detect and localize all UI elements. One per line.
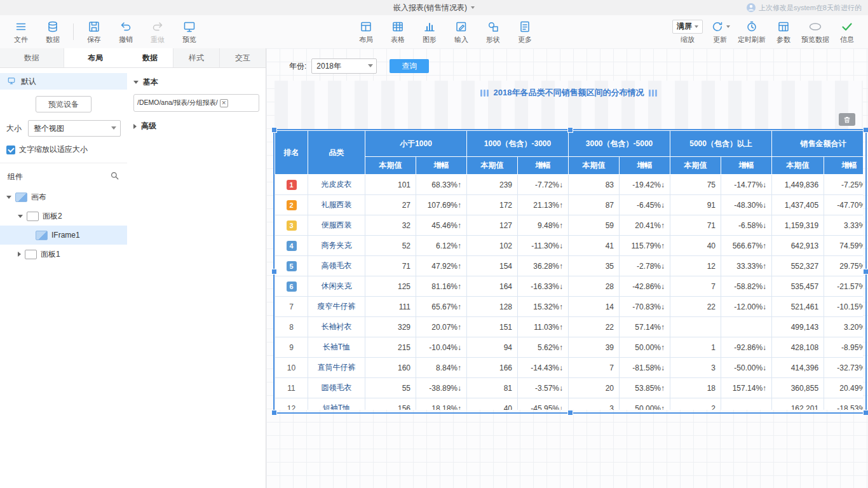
tab-settings-style[interactable]: 样式 xyxy=(173,48,220,67)
panel-icon xyxy=(25,250,37,259)
save-label: 保存 xyxy=(87,35,101,44)
components-label: 组件 xyxy=(8,172,23,182)
resize-handle[interactable] xyxy=(271,410,277,416)
report-title: 2018年各品类不同销售额区间的分布情况 xyxy=(494,87,644,98)
zoom-value: 满屏 xyxy=(677,21,692,32)
tree-item-panel1[interactable]: 面板1 xyxy=(0,245,127,264)
caret-right-icon[interactable] xyxy=(18,252,21,257)
param-row: 年份: 2018年 查询 xyxy=(289,58,429,74)
redo-label: 重做 xyxy=(151,35,165,44)
basic-section-label: 基本 xyxy=(143,77,158,88)
file-button[interactable]: 文件 xyxy=(5,18,37,46)
input-widget-button[interactable]: 输入 xyxy=(445,18,477,46)
toolbar-separator xyxy=(73,24,74,40)
redo-button[interactable]: 重做 xyxy=(142,18,173,46)
data-label: 数据 xyxy=(46,35,60,44)
year-select-value: 2018年 xyxy=(316,61,341,72)
shapes-icon xyxy=(486,20,500,34)
resize-handle[interactable] xyxy=(271,127,277,133)
preview-device-button[interactable]: 预览设备 xyxy=(36,96,92,112)
menu-icon xyxy=(14,20,28,34)
user-avatar-icon xyxy=(747,3,756,12)
document-title: 嵌入报表(销售情况表) xyxy=(393,3,467,13)
component-tree: 画布 面板2 IFrame1 面板1 xyxy=(0,187,127,264)
tree-item-iframe1-label: IFrame1 xyxy=(51,231,80,240)
settings-panel: 数据 样式 交互 基本 /DEMO/ana/报表/分组报表/ ✕ 高级 xyxy=(127,48,266,488)
timed-refresh-button[interactable]: 定时刷新 xyxy=(736,18,768,46)
resource-path-input[interactable]: /DEMO/ana/报表/分组报表/ ✕ xyxy=(133,94,259,112)
resize-handle[interactable] xyxy=(863,410,868,416)
design-canvas[interactable]: 年份: 2018年 查询 2018年各品类不同销售额区间的分布情况 排 xyxy=(266,48,868,488)
update-button[interactable]: 更新 xyxy=(704,18,736,46)
preview-button[interactable]: 预览 xyxy=(173,18,205,46)
titlebar: 嵌入报表(销售情况表) 上次修改是system在8天前进行的 xyxy=(0,0,868,15)
params-button[interactable]: 参数 xyxy=(768,18,799,46)
tree-item-panel1-label: 面板1 xyxy=(41,249,60,260)
delete-component-button[interactable] xyxy=(839,113,855,126)
resize-handle[interactable] xyxy=(863,269,868,274)
device-default-label: 默认 xyxy=(21,76,36,87)
caret-down-icon[interactable] xyxy=(6,196,11,199)
panel-icon xyxy=(27,212,39,221)
tab-settings-data[interactable]: 数据 xyxy=(127,48,173,67)
layout-panel: 数据 布局 默认 预览设备 大小 整个视图 文字缩放以适应大小 组件 画布 面板… xyxy=(0,48,128,488)
last-modified-text: 上次修改是system在8天前进行的 xyxy=(759,3,862,13)
tab-settings-interact[interactable]: 交互 xyxy=(220,48,266,67)
info-label: 信息 xyxy=(840,35,854,44)
search-icon[interactable] xyxy=(110,171,119,182)
last-modified-area: 上次修改是system在8天前进行的 xyxy=(747,0,862,15)
zoom-control[interactable]: 满屏 缩放 xyxy=(671,18,704,46)
resize-handle[interactable] xyxy=(863,127,868,133)
input-label: 输入 xyxy=(454,35,468,44)
data-button[interactable]: 数据 xyxy=(37,18,69,46)
more-label: 更多 xyxy=(518,35,532,44)
layout-widget-button[interactable]: 布局 xyxy=(350,18,382,46)
pencil-icon xyxy=(454,20,468,34)
basic-section-header[interactable]: 基本 xyxy=(127,68,266,94)
grid-icon xyxy=(776,20,790,34)
tree-item-iframe1[interactable]: IFrame1 xyxy=(0,226,127,245)
size-label: 大小 xyxy=(6,123,22,134)
fit-text-checkbox[interactable] xyxy=(6,146,15,154)
resize-handle[interactable] xyxy=(271,269,277,274)
advanced-section-header[interactable]: 高级 xyxy=(127,112,266,138)
monitor-icon xyxy=(182,20,196,34)
chart-widget-button[interactable]: 图形 xyxy=(414,18,445,46)
resize-handle[interactable] xyxy=(567,410,573,416)
preview-label: 预览 xyxy=(182,35,196,44)
preview-data-button[interactable]: 预览数据 xyxy=(799,18,831,46)
undo-icon xyxy=(119,20,133,34)
query-button[interactable]: 查询 xyxy=(390,59,429,73)
tree-item-canvas[interactable]: 画布 xyxy=(0,187,127,207)
settings-panel-tabs: 数据 样式 交互 xyxy=(127,48,266,68)
fit-text-label: 文字缩放以适应大小 xyxy=(19,144,88,155)
undo-button[interactable]: 撤销 xyxy=(110,18,142,46)
trash-icon xyxy=(843,116,851,124)
database-icon xyxy=(46,20,60,34)
save-button[interactable]: 保存 xyxy=(78,18,110,46)
caret-down-icon[interactable] xyxy=(18,215,23,218)
size-select[interactable]: 整个视图 xyxy=(28,120,121,137)
chevron-down-icon xyxy=(471,6,475,9)
chevron-down-icon xyxy=(726,25,730,28)
device-default-item[interactable]: 默认 xyxy=(0,73,127,90)
tree-item-panel2-label: 面板2 xyxy=(43,211,62,222)
more-widget-button[interactable]: 更多 xyxy=(509,18,541,46)
year-select[interactable]: 2018年 xyxy=(311,58,377,74)
iframe-thumbnail-icon xyxy=(36,231,48,240)
clock-icon xyxy=(745,20,759,34)
clear-icon[interactable]: ✕ xyxy=(220,99,229,107)
tab-data[interactable]: 数据 xyxy=(0,48,64,67)
table-widget-button[interactable]: 表格 xyxy=(382,18,414,46)
file-label: 文件 xyxy=(14,35,28,44)
info-button[interactable]: 信息 xyxy=(831,18,863,46)
shape-widget-button[interactable]: 形状 xyxy=(477,18,509,46)
tree-item-canvas-label: 画布 xyxy=(31,192,46,203)
tree-item-panel2[interactable]: 面板2 xyxy=(0,207,127,226)
selection-outline[interactable] xyxy=(273,129,867,414)
zoom-label: 缩放 xyxy=(681,35,695,44)
zoom-dropdown[interactable]: 满屏 xyxy=(672,20,703,34)
document-title-dropdown[interactable]: 嵌入报表(销售情况表) xyxy=(393,3,475,13)
resize-handle[interactable] xyxy=(567,127,573,133)
tab-layout[interactable]: 布局 xyxy=(64,48,128,67)
